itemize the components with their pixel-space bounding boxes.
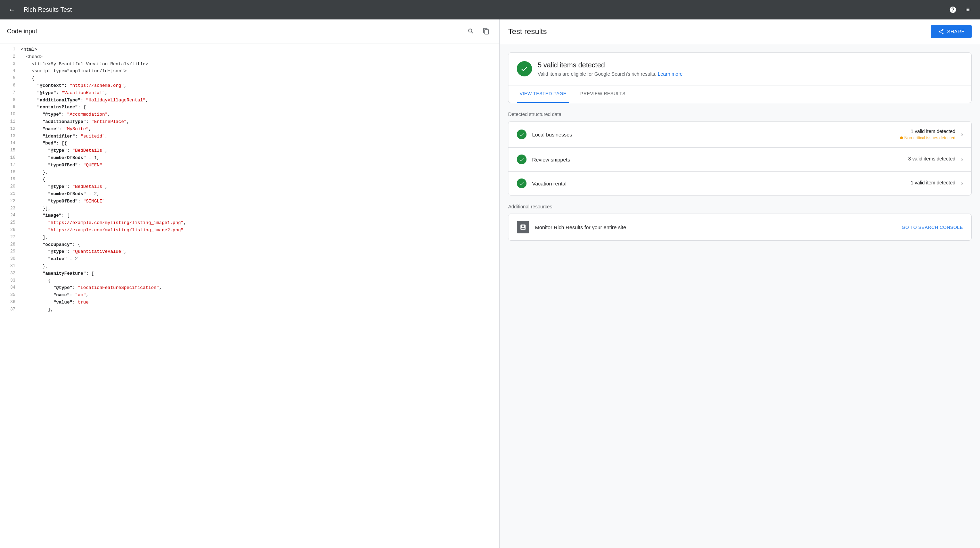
additional-section-label: Additional resources	[508, 204, 972, 210]
local-businesses-name: Local businesses	[532, 132, 900, 138]
search-button[interactable]	[465, 25, 477, 38]
check-icon-vacation-rental	[517, 178, 527, 188]
review-snippets-name: Review snippets	[532, 157, 908, 162]
code-line: 35 "name": "ac",	[0, 292, 500, 299]
code-editor[interactable]: 1<html> 2 <head> 3 <title>My Beautiful V…	[0, 43, 500, 548]
code-line: 17 "typeOfBed": "QUEEN"	[0, 162, 500, 169]
chevron-right-icon: ›	[961, 131, 963, 138]
apps-icon[interactable]	[962, 3, 974, 16]
code-panel-title: Code input	[7, 28, 37, 35]
valid-description: Valid items are eligible for Google Sear…	[538, 71, 682, 77]
code-line: 18 },	[0, 169, 500, 176]
chevron-right-icon: ›	[961, 156, 963, 163]
results-panel: Test results SHARE 5 valid i	[500, 19, 980, 548]
warning-dot-icon	[900, 137, 903, 139]
code-line: 11 "additionalType": "EntirePlace",	[0, 118, 500, 126]
back-button[interactable]: ←	[6, 3, 18, 16]
code-line: 21 "numberOfBeds" : 2,	[0, 191, 500, 198]
code-line: 13 "identifier": "suiteid",	[0, 133, 500, 140]
code-line: 26 "https://example.com/mylisting/listin…	[0, 227, 500, 234]
code-line: 6 "@context": "https://schema.org",	[0, 82, 500, 90]
resources-card: Monitor Rich Results for your entire sit…	[508, 214, 972, 241]
code-line: 4 <script type="application/ld+json">	[0, 68, 500, 75]
results-body: 5 valid items detected Valid items are e…	[500, 44, 980, 249]
code-line: 36 "value": true	[0, 299, 500, 306]
local-businesses-status: 1 valid item detected Non-critical issue…	[900, 129, 955, 140]
code-line: 7 "@type": "VacationRental",	[0, 90, 500, 97]
code-line: 31 },	[0, 263, 500, 270]
code-line: 37 },	[0, 306, 500, 314]
additional-section: Additional resources Monitor Rich Result…	[508, 204, 972, 241]
local-businesses-valid: 1 valid item detected	[900, 129, 955, 134]
data-row-vacation-rental[interactable]: Vacation rental 1 valid item detected ›	[508, 172, 971, 195]
code-line: 28 "occupancy": {	[0, 241, 500, 249]
code-line: 30 "value" : 2	[0, 256, 500, 263]
check-icon-review-snippets	[517, 154, 527, 164]
code-panel-toolbar	[465, 25, 492, 38]
code-line: 2 <head>	[0, 54, 500, 61]
results-title: Test results	[508, 27, 547, 36]
resource-row-search-console: Monitor Rich Results for your entire sit…	[508, 214, 971, 240]
code-line: 22 "typeOfBed": "SINGLE"	[0, 198, 500, 205]
app-title: Rich Results Test	[24, 6, 941, 14]
valid-check-icon	[517, 61, 532, 76]
code-line: 20 "@type": "BedDetails",	[0, 183, 500, 191]
code-line: 33 {	[0, 278, 500, 285]
learn-more-link[interactable]: Learn more	[658, 71, 683, 77]
code-line: 3 <title>My Beautiful Vacation Rental</t…	[0, 61, 500, 68]
code-line: 27 ],	[0, 234, 500, 241]
code-line: 25 "https://example.com/mylisting/listin…	[0, 219, 500, 227]
code-line: 23 }],	[0, 205, 500, 213]
chevron-right-icon: ›	[961, 180, 963, 187]
app-header: ← Rich Results Test	[0, 0, 980, 19]
valid-items-top: 5 valid items detected Valid items are e…	[508, 53, 971, 85]
detected-section-label: Detected structured data	[508, 111, 972, 117]
valid-items-text: 5 valid items detected Valid items are e…	[538, 61, 682, 77]
review-snippets-valid: 3 valid items detected	[908, 156, 955, 162]
main-layout: Code input 1<html> 2 <head> 3	[0, 19, 980, 548]
vacation-rental-name: Vacation rental	[532, 181, 910, 186]
help-icon[interactable]	[947, 3, 959, 16]
tab-view-tested-page[interactable]: VIEW TESTED PAGE	[517, 86, 569, 103]
code-line: 1<html>	[0, 46, 500, 54]
share-label: SHARE	[947, 29, 965, 34]
code-line: 16 "numberOfBeds" : 1,	[0, 154, 500, 162]
go-to-search-console-link[interactable]: GO TO SEARCH CONSOLE	[902, 225, 963, 230]
valid-items-card: 5 valid items detected Valid items are e…	[508, 52, 972, 103]
code-line: 9 "containsPlace": {	[0, 104, 500, 111]
share-button[interactable]: SHARE	[931, 25, 972, 38]
structured-data-card: Local businesses 1 valid item detected N…	[508, 121, 972, 195]
code-line: 19 {	[0, 176, 500, 183]
card-tabs: VIEW TESTED PAGE PREVIEW RESULTS	[508, 86, 971, 103]
vacation-rental-status: 1 valid item detected	[911, 180, 955, 187]
code-line: 29 "@type": "QuantitativeValue",	[0, 248, 500, 256]
vacation-rental-valid: 1 valid item detected	[911, 180, 955, 186]
search-console-icon	[517, 221, 529, 233]
code-line: 32 "amenityFeature": [	[0, 270, 500, 278]
results-header: Test results SHARE	[500, 19, 980, 44]
data-row-review-snippets[interactable]: Review snippets 3 valid items detected ›	[508, 148, 971, 172]
copy-button[interactable]	[480, 25, 492, 38]
code-line: 8 "additionalType": "HolidayVillageRenta…	[0, 97, 500, 104]
check-icon-local-businesses	[517, 130, 527, 139]
tab-preview-results[interactable]: PREVIEW RESULTS	[578, 86, 628, 103]
code-panel: Code input 1<html> 2 <head> 3	[0, 19, 500, 548]
code-line: 24 "image": [	[0, 212, 500, 219]
code-line: 34 "@type": "LocationFeatureSpecificatio…	[0, 284, 500, 292]
code-line: 15 "@type": "BedDetails",	[0, 147, 500, 154]
local-businesses-warning: Non-critical issues detected	[900, 135, 955, 140]
header-icons	[947, 3, 974, 16]
search-console-name: Monitor Rich Results for your entire sit…	[535, 224, 896, 230]
code-line: 5 {	[0, 75, 500, 82]
review-snippets-status: 3 valid items detected	[908, 156, 955, 163]
code-panel-header: Code input	[0, 19, 500, 43]
code-line: 12 "name": "MySuite",	[0, 126, 500, 133]
code-line: 10 "@type": "Accommodation",	[0, 111, 500, 118]
valid-count-text: 5 valid items detected	[538, 61, 682, 69]
data-row-local-businesses[interactable]: Local businesses 1 valid item detected N…	[508, 122, 971, 148]
detected-section: Detected structured data Local businesse…	[508, 111, 972, 195]
code-line: 14 "bed": [{	[0, 140, 500, 147]
